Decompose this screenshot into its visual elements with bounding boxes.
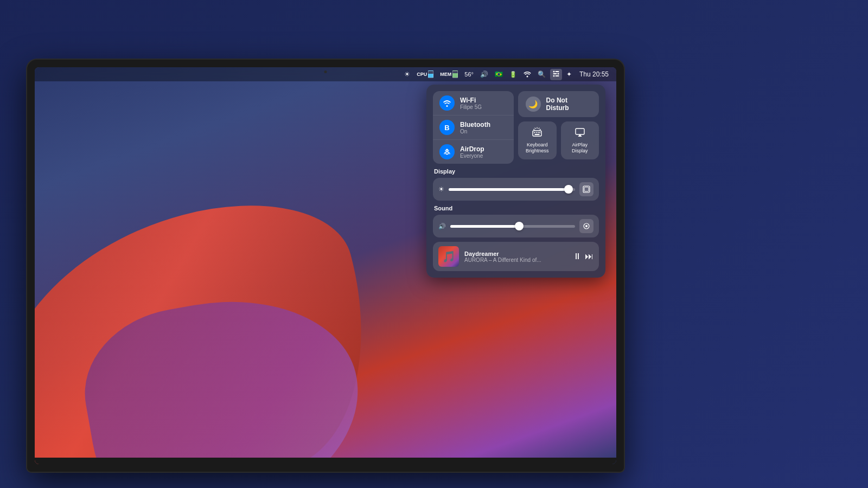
svg-rect-13	[576, 129, 584, 134]
mem-icon: MEM	[440, 72, 451, 77]
cc-network-tile: Wi-Fi Filipe 5G B Bluetooth On	[433, 91, 514, 164]
cc-display-fill	[449, 188, 569, 191]
cc-sound-slider[interactable]	[450, 225, 575, 228]
svg-rect-15	[584, 187, 589, 191]
control-center-menubar-icon[interactable]	[550, 69, 562, 80]
cc-airplay-tile[interactable]: AirPlay Display	[561, 121, 599, 159]
display-brightness-icon: ☀	[438, 185, 444, 193]
cc-dnd-label: Do Not Disturb	[546, 97, 591, 112]
cc-display-slider[interactable]	[449, 188, 575, 191]
cc-bluetooth-label: Bluetooth	[460, 121, 490, 129]
mem-menubar-item[interactable]: MEM	[438, 69, 460, 79]
cc-sound-fill	[450, 225, 519, 228]
svg-rect-3	[553, 73, 557, 74]
battery-menubar-icon[interactable]: 🔋	[507, 70, 519, 79]
keyboard-brightness-icon	[532, 127, 542, 140]
svg-rect-10	[538, 132, 539, 133]
svg-rect-9	[536, 132, 537, 133]
temp-icon: 56°	[464, 71, 474, 78]
airdrop-tile-icon	[439, 144, 455, 159]
cc-wifi-text: Wi-Fi Filipe 5G	[460, 97, 482, 110]
cc-right-column: 🌙 Do Not Disturb	[518, 91, 599, 164]
cc-airdrop-sublabel: Everyone	[460, 153, 484, 159]
svg-rect-1	[555, 71, 559, 72]
menubar: ☀ CPU MEM 56° 🔊 🇧🇷	[35, 67, 616, 81]
cc-airdrop-label: AirDrop	[460, 145, 484, 153]
cc-display-thumb	[564, 185, 573, 194]
cc-track-info: Daydreamer AURORA – A Different Kind of.…	[464, 251, 567, 263]
svg-rect-8	[534, 132, 535, 133]
notification-menubar-icon[interactable]: ✦	[564, 69, 574, 79]
cc-sound-label: Sound	[433, 205, 599, 211]
control-center-panel: Wi-Fi Filipe 5G B Bluetooth On	[426, 85, 605, 278]
magnifier-icon: 🔍	[538, 70, 546, 78]
laptop-frame: ☀ CPU MEM 56° 🔊 🇧🇷	[27, 60, 624, 472]
cc-bluetooth-sublabel: On	[460, 129, 490, 134]
cc-track-name: Daydreamer	[464, 251, 567, 257]
cc-playback-controls: ⏸ ⏭	[573, 252, 593, 261]
laptop-base	[35, 458, 616, 464]
menubar-clock: Thu 20:55	[576, 69, 612, 79]
cc-wifi-sublabel: Filipe 5G	[460, 104, 482, 110]
svg-rect-11	[539, 132, 540, 133]
cc-sound-thumb	[515, 222, 524, 230]
flag-icon: 🇧🇷	[495, 70, 503, 78]
cc-sound-slider-row: 🔊	[433, 215, 599, 237]
speaker-icon: 🔊	[480, 70, 488, 78]
volume-menubar-icon[interactable]: 🔊	[478, 69, 490, 79]
svg-rect-7	[533, 131, 541, 136]
temp-menubar-item[interactable]: 56°	[462, 70, 476, 79]
moon-icon: 🌙	[526, 97, 541, 112]
search-menubar-icon[interactable]: 🔍	[535, 69, 548, 79]
cc-display-slider-row: ☀	[433, 178, 599, 201]
cc-pause-button[interactable]: ⏸	[573, 252, 582, 261]
bell-icon: ✦	[566, 70, 572, 78]
cc-album-art-inner: 🎵	[438, 246, 459, 267]
cc-airdrop-item[interactable]: AirDrop Everyone	[433, 140, 514, 164]
cc-now-playing: 🎵 Daydreamer AURORA – A Different Kind o…	[433, 242, 599, 271]
cc-album-art: 🎵	[438, 246, 459, 267]
cc-sound-btn[interactable]	[579, 219, 593, 233]
svg-rect-5	[555, 75, 559, 76]
sun-icon: ☀	[404, 70, 410, 78]
wifi-menubar-icon[interactable]	[521, 69, 533, 80]
cc-airplay-label: AirPlay Display	[565, 142, 595, 154]
cc-wifi-label: Wi-Fi	[460, 97, 482, 104]
cc-display-label: Display	[433, 168, 599, 175]
wifi-icon	[524, 70, 531, 79]
wifi-tile-icon	[439, 95, 455, 111]
laptop-screen: ☀ CPU MEM 56° 🔊 🇧🇷	[35, 67, 616, 464]
camera-dot	[324, 70, 327, 73]
cc-track-artist: AURORA – A Different Kind of...	[464, 257, 567, 263]
cc-sound-section: Sound 🔊	[433, 205, 599, 237]
bluetooth-tile-icon: B	[439, 120, 455, 135]
airplay-icon	[575, 127, 585, 140]
battery-icon: 🔋	[509, 71, 517, 78]
cc-bluetooth-text: Bluetooth On	[460, 121, 490, 134]
svg-rect-12	[535, 134, 540, 135]
sound-volume-icon: 🔊	[438, 223, 446, 230]
svg-point-0	[553, 70, 554, 72]
cc-keyboard-brightness-label: Keyboard Brightness	[522, 142, 552, 154]
cc-display-section: Display ☀	[433, 168, 599, 201]
cc-display-btn[interactable]	[579, 182, 593, 196]
control-center-icon	[552, 70, 560, 79]
svg-point-17	[585, 225, 588, 227]
svg-point-4	[553, 75, 554, 76]
cc-top-grid: Wi-Fi Filipe 5G B Bluetooth On	[433, 91, 599, 164]
cc-forward-button[interactable]: ⏭	[585, 252, 593, 261]
cc-wifi-item[interactable]: Wi-Fi Filipe 5G	[433, 91, 514, 115]
cpu-menubar-item[interactable]: CPU	[414, 69, 436, 79]
cc-bluetooth-item[interactable]: B Bluetooth On	[433, 115, 514, 140]
cc-small-grid: Keyboard Brightness AirPlay Display	[518, 121, 599, 159]
flag-menubar-icon[interactable]: 🇧🇷	[493, 69, 505, 79]
menubar-items: ☀ CPU MEM 56° 🔊 🇧🇷	[402, 69, 612, 80]
brightness-menubar-icon[interactable]: ☀	[402, 69, 412, 79]
cc-airdrop-text: AirDrop Everyone	[460, 145, 484, 159]
cc-dnd-tile[interactable]: 🌙 Do Not Disturb	[518, 91, 599, 117]
svg-point-2	[557, 73, 559, 74]
cpu-icon: CPU	[417, 72, 427, 77]
cc-keyboard-brightness-tile[interactable]: Keyboard Brightness	[518, 121, 557, 159]
